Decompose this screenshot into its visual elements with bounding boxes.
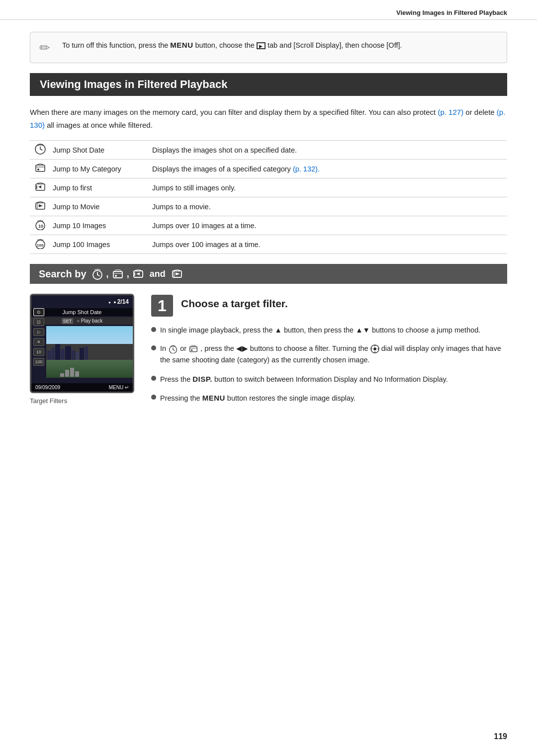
row-description: Jumps over 10 images at a time. [147,216,507,235]
row-icon: 10 [30,216,48,235]
inline-icon-cat [188,344,198,353]
bullet-text: In single image playback, press the ▲ bu… [160,325,507,336]
search-icon-first [132,268,144,280]
cam-menu: MENU ↵ [109,385,129,390]
table-row: 100 Jump 100 Images Jumps over 100 image… [30,235,507,254]
svg-point-24 [373,347,376,350]
note-box: ✏ To turn off this function, press the M… [30,32,507,63]
intro-start: When there are many images on the memory… [30,108,438,116]
svg-text:10: 10 [38,224,43,229]
bullet-text: Pressing the MENU button restores the si… [160,392,507,404]
bullet-text: Press the DISP. button to switch between… [160,373,507,385]
side-icon-5: 10 [33,348,44,356]
jump-100-icon: 100 [35,238,46,249]
side-icon-6: 100 [33,358,44,366]
table-row: Jump to first Jumps to still images only… [30,178,507,197]
row-description: Displays the images shot on a specified … [147,141,507,160]
step-title: Choose a target filter. [181,294,288,310]
comma-1: , [106,269,109,279]
camera-caption: Target Filters [30,397,139,405]
row-icon: 100 [30,235,48,254]
jump-10-icon: 10 [35,219,46,230]
table-row: Jump Shot Date Displays the images shot … [30,141,507,160]
list-item: Pressing the MENU button restores the si… [151,392,507,404]
jump-movie-icon [35,200,46,211]
row-label: Jump to My Category [48,160,147,178]
bullet-list: In single image playback, press the ▲ bu… [151,325,507,404]
note-icon: ✏ [39,40,55,56]
row-description: Jumps over 100 images at a time. [147,235,507,254]
step-content: 1 Choose a target filter. In single imag… [151,294,507,411]
inline-icon-dial [370,344,379,353]
frame-counter: ●2/14 [108,298,129,305]
table-row: Jump to Movie Jumps to a movie. [30,197,507,216]
search-icons: , , and [91,268,183,280]
note-text-3: tab and [Scroll Display], then choose [O… [266,41,402,49]
row-label: Jump Shot Date [48,141,147,160]
note-text: To turn off this function, press the MEN… [62,39,402,51]
camera-screen: ●2/14 Jump Shot Date SET ○ Play back ⊙ ⊡… [30,294,134,393]
jump-my-category-icon [35,163,46,173]
page-number: 119 [494,732,507,741]
protect-link[interactable]: (p. 127) [438,108,463,116]
bullet-dot [151,327,156,332]
row-icon [30,160,48,178]
intro-end: all images at once while filtered. [45,121,153,129]
disp-word: DISP. [192,375,212,383]
list-item: In or , press the ◀ [151,343,507,366]
row-description: Jumps to still images only. [147,178,507,197]
row-icon [30,197,48,216]
cam-date-bar: 09/09/2009 MENU ↵ [31,383,133,392]
bullet-dot [151,376,156,381]
comma-2: , [127,269,129,279]
row-icon [30,141,48,160]
side-icon-3: ▷ [33,328,44,336]
svg-rect-21 [190,346,197,352]
bullet-dot [151,345,156,350]
list-item: Press the DISP. button to switch between… [151,373,507,385]
category-link[interactable]: (p. 132). [293,165,320,173]
svg-marker-18 [176,272,180,275]
side-icon-4: ✕ [33,338,44,346]
cam-label: Jump Shot Date [31,308,133,316]
svg-point-22 [191,349,192,351]
row-icon [30,178,48,197]
row-label: Jump to first [48,178,147,197]
svg-marker-6 [39,204,43,207]
note-text-2: button, choose the [193,41,257,49]
intro-text: When there are many images on the memory… [30,106,507,131]
content-area: ●2/14 Jump Shot Date SET ○ Play back ⊙ ⊡… [30,294,507,411]
side-icon-1: ⊙ [33,308,44,316]
jump-shot-date-icon [35,144,46,155]
step-header: 1 Choose a target filter. [151,294,507,317]
svg-rect-1 [36,165,45,171]
row-label: Jump 100 Images [48,235,147,254]
search-icon-movie [171,268,183,280]
row-description: Jumps to a movie. [147,197,507,216]
intro-mid: or delete [463,108,497,116]
and-text: and [147,269,168,279]
bullet-dot [151,395,156,400]
cam-date: 09/09/2009 [35,385,60,390]
menu-word: MENU [202,394,225,402]
header-title: Viewing Images in Filtered Playback [396,9,507,16]
features-table: Jump Shot Date Displays the images shot … [30,140,507,254]
menu-label: MENU [170,41,193,49]
list-item: In single image playback, press the ▲ bu… [151,325,507,336]
page-container: Viewing Images in Filtered Playback ✏ To… [0,0,537,756]
table-row: Jump to My Category Displays the images … [30,160,507,178]
page-header: Viewing Images in Filtered Playback [0,0,537,20]
cam-side-icons: ⊙ ⊡ ▷ ✕ 10 100 [33,308,44,366]
camera-preview: ●2/14 Jump Shot Date SET ○ Play back ⊙ ⊡… [30,294,139,405]
search-by-heading: Search by , , [30,264,507,284]
section-title: Viewing Images in Filtered Playback [40,78,227,90]
row-label: Jump 10 Images [48,216,147,235]
section-heading: Viewing Images in Filtered Playback [30,73,507,96]
search-icon-date [91,268,103,280]
row-label: Jump to Movie [48,197,147,216]
svg-rect-13 [113,271,122,278]
playback-tab-icon: ▶ [257,42,266,49]
jump-first-icon [35,181,46,192]
cam-set-bar: SET ○ Play back [31,317,133,325]
note-text-1: To turn off this function, press the [62,41,170,49]
